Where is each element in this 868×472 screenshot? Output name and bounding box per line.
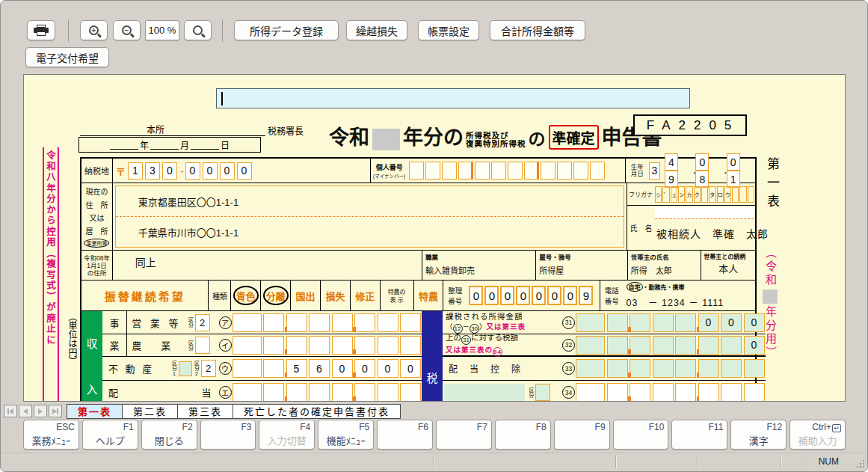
mark-31-circle: 31 — [562, 316, 575, 329]
date-month-label: 月 — [180, 138, 189, 151]
cell — [508, 162, 523, 180]
resize-grip[interactable] — [863, 466, 864, 468]
income-amount-field[interactable]: 560000 — [232, 358, 422, 379]
kubun-label: 区分 — [188, 317, 194, 328]
type-sonshitsu[interactable]: 損失 — [320, 281, 350, 310]
circled-12: 12 — [453, 324, 463, 334]
address-field[interactable]: 東京都墨田区〇〇1-1-1 千葉県市川市〇〇1-1-1 — [113, 183, 627, 250]
fn-f6-button[interactable]: F6 — [377, 420, 433, 450]
tax-bar: 税 — [422, 311, 443, 402]
cell — [332, 383, 353, 402]
cell — [590, 162, 605, 180]
cell — [721, 383, 742, 402]
fn-ctrl-enter-button[interactable]: Ctrl+↵補助入力 — [789, 420, 846, 450]
kubun-box[interactable] — [195, 337, 210, 354]
kubun2-box[interactable]: 2 — [201, 360, 216, 377]
zoom-in-button[interactable]: + — [80, 20, 108, 40]
cell — [524, 162, 539, 180]
print-button[interactable] — [27, 20, 55, 40]
furikae-cell[interactable]: 振替継続希望 — [81, 281, 208, 310]
type-row: 振替継続希望 種類 青色 分離 国出 損失 修正 特農の表 示 特農 整理番号 … — [81, 281, 755, 311]
magnifier-button[interactable] — [184, 20, 212, 40]
sheet-tab-bar: 第一表 第二表 第三表 死亡した者の確定申告書付表 — [1, 402, 867, 420]
tel-field[interactable]: 自宅・勤務先・携帯 03 － 1234 － 1111 — [624, 281, 755, 310]
kubun-box[interactable]: 2 — [195, 314, 210, 331]
circled-31: 31 — [461, 335, 471, 345]
tab-deceased-attachment[interactable]: 死亡した者の確定申告書付表 — [233, 404, 401, 419]
status-bar: NUM — [1, 453, 867, 472]
fn-f3-button[interactable]: F3 — [200, 420, 256, 450]
tab-sheet-1[interactable]: 第一表 — [67, 404, 123, 419]
income-label: 当 — [120, 385, 211, 399]
type-shusei[interactable]: 修正 — [350, 281, 380, 310]
zoom-in-icon: + — [89, 25, 99, 35]
fn-esc-button[interactable]: ESC業務ﾒﾆｭｰ — [23, 420, 79, 450]
fn-f11-button[interactable]: F11 — [671, 420, 727, 450]
form-settings-button[interactable]: 帳票設定 — [418, 20, 479, 40]
furigana-field[interactable]: シ゛ュンカクタロウ — [654, 183, 755, 205]
jan1-occupation-row: 令和08年1月1日の住所 同上 職業 輸入雑貨卸売 屋号・雅号 所得屋 世帯主の… — [81, 251, 755, 281]
cell: 0 — [516, 286, 530, 305]
relation-cell[interactable]: 世帯主との続柄 本人 — [701, 251, 755, 280]
householder-cell[interactable]: 世帯主の氏名 所得 太郎 — [627, 251, 701, 280]
income-data-register-button[interactable]: 所得データ登録 — [234, 20, 339, 40]
kubun-box[interactable] — [535, 384, 550, 401]
tax-grid: 課税される所得金額 （12－30）又は第三表 31 000 上の31に対する税額 — [443, 311, 766, 402]
total-income-button[interactable]: 合計所得金額等 — [490, 20, 585, 40]
cell: ュ — [671, 186, 677, 203]
carryover-loss-button[interactable]: 繰越損失 — [346, 20, 407, 40]
fn-f10-button[interactable]: F10 — [613, 420, 669, 450]
name-field[interactable]: 被相続人 準確 太郎 — [655, 206, 755, 250]
income-amount-field[interactable] — [232, 334, 422, 356]
taxpayer-address-row: 納税地 〒 130 - 0000 個人番号 (マイナンバー) 生年月日 3 — [81, 159, 755, 183]
active-text-input[interactable] — [216, 88, 690, 108]
tax-amount-field[interactable] — [575, 381, 766, 402]
nouzeichi-label: 納税地 — [81, 159, 113, 183]
electronic-delivery-button[interactable]: 電子交付希望 — [25, 47, 109, 67]
fn-f4-button[interactable]: F4入力切替 — [259, 420, 315, 450]
cell: 0 — [400, 359, 421, 378]
fn-f5-button[interactable]: F5機能ﾒﾆｭｰ — [318, 420, 374, 450]
zoom-level-field[interactable]: 100 % — [145, 20, 179, 40]
last-page-button[interactable] — [49, 405, 62, 417]
tab-sheet-2[interactable]: 第二表 — [122, 404, 178, 419]
cell — [442, 162, 457, 180]
zoom-out-button[interactable]: − — [113, 20, 141, 40]
fn-f7-button[interactable]: F7 — [436, 420, 492, 450]
postal-code-field[interactable]: 〒 130 - 0000 — [113, 159, 370, 183]
fn-f2-button[interactable]: F2閉じる — [141, 420, 197, 450]
tax-amount-field[interactable]: 0 — [575, 334, 766, 356]
birthdate-field[interactable]: 3 49 . 08 . 01 — [649, 159, 755, 183]
year-placeholder-box[interactable] — [372, 129, 400, 150]
tab-sheet-3[interactable]: 第三表 — [177, 404, 233, 419]
tax-amount-field[interactable]: 000 — [575, 312, 766, 334]
fn-f1-button[interactable]: F1ヘルプ — [82, 420, 138, 450]
fn-f12-button[interactable]: F12漢字 — [730, 420, 787, 450]
mynumber-field[interactable] — [407, 159, 625, 183]
address-name-row: 現在の住 所 又は居 所 事業所等 東京都墨田区〇〇1-1-1 千葉県市川市〇〇… — [81, 183, 755, 251]
tax-amount-field[interactable] — [575, 358, 766, 379]
kubun1-box[interactable] — [179, 361, 192, 376]
left-notice-banner: 令和八年分から控用（複写式）が廃止に — [43, 147, 59, 402]
fn-f8-button[interactable]: F8 — [495, 420, 551, 450]
jan1-address-value[interactable]: 同上 — [113, 251, 422, 280]
type-kokushutsu[interactable]: 国出 — [290, 281, 320, 310]
seiri-number-field[interactable]: 00000009 — [467, 281, 599, 310]
type-tokuno[interactable]: 特農 — [413, 281, 443, 310]
next-page-button[interactable] — [34, 405, 47, 417]
type-aoiro[interactable]: 青色 — [230, 281, 260, 310]
first-page-button[interactable] — [4, 405, 17, 417]
income-amount-field[interactable] — [232, 312, 422, 334]
income-label: 不 動 産 — [102, 361, 171, 376]
fn-f9-button[interactable]: F9 — [554, 420, 610, 450]
type-bunri[interactable]: 分離 — [260, 281, 290, 310]
income-amount-field[interactable] — [232, 381, 422, 402]
occupation-cell[interactable]: 職業 輸入雑貨卸売 — [422, 251, 535, 280]
mark-a-circle: ア — [219, 316, 232, 329]
name-value: 被相続人 準確 太郎 — [656, 226, 769, 241]
date-field[interactable]: 年 月 日 — [79, 137, 261, 153]
toolbar-separator — [68, 19, 69, 42]
yago-cell[interactable]: 屋号・雅号 所得屋 — [535, 251, 627, 280]
name-kana-strip — [655, 207, 754, 219]
prev-page-button[interactable] — [19, 405, 32, 417]
